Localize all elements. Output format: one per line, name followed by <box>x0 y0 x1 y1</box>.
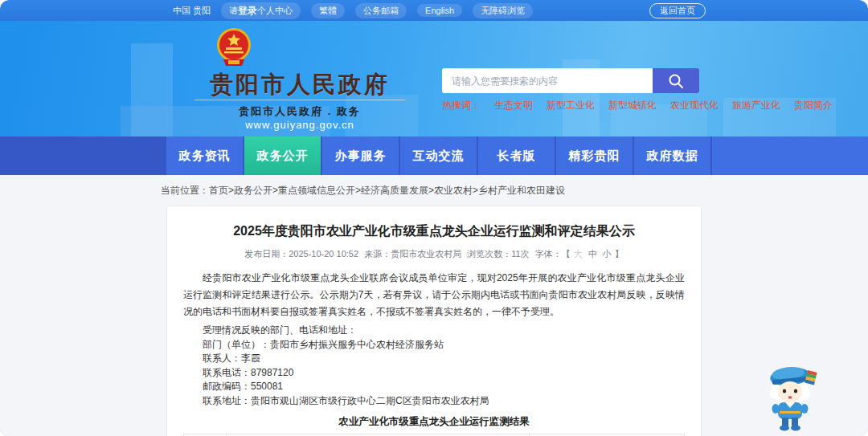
publish-date: 发布日期：2025-10-20 10:52 <box>244 249 358 259</box>
nav-item-hudong-jiaoliu[interactable]: 互动交流 <box>400 137 477 175</box>
site-subtitle: 贵阳市人民政府 . 政务 <box>191 104 408 119</box>
site-header-banner: 贵阳市人民政府 贵阳市人民政府 . 政务 www.guiyang.gov.cn … <box>0 21 868 137</box>
breadcrumb-label: 当前位置： <box>161 185 209 196</box>
font-size-label: 字体：【 <box>535 249 571 259</box>
top-utility-bar: 中国 贵阳 请登录个人中心 繁體 公务邮箱 English 无障碍浏览 返回首页 <box>0 0 868 21</box>
hot-word[interactable]: 生态文明 <box>494 99 533 112</box>
article-paragraph: 经贵阳市农业产业化市级重点龙头企业联席会议成员单位审定，现对2025年开展的农业… <box>183 270 685 320</box>
font-size-large[interactable]: 大 <box>574 249 583 259</box>
nav-item-zhengfu-shuju[interactable]: 政府数据 <box>634 137 710 175</box>
article-source: 来源：贵阳市农业农村局 <box>364 249 461 259</box>
site-url: www.guiyang.gov.cn <box>191 119 408 131</box>
breadcrumb[interactable]: 当前位置：首页>政务公开>重点领域信息公开>经济高质量发展>农业农村>乡村产业和… <box>161 184 868 198</box>
article-meta: 发布日期：2025-10-20 10:52 来源：贵阳市农业农村局 浏览次数：1… <box>183 248 685 260</box>
hot-search-row: 热搜词： 生态文明 新型工业化 新型城镇化 农业现代化 旅游产业化 贵阳简介 <box>442 99 833 112</box>
font-size-medium[interactable]: 中 <box>588 249 597 259</box>
nav-item-zhangzheban[interactable]: 长者版 <box>478 137 555 175</box>
nav-item-zhengwu-zixun[interactable]: 政务资讯 <box>166 137 243 175</box>
search-icon <box>667 72 685 90</box>
back-home-button[interactable]: 返回首页 <box>649 3 706 18</box>
region-label: 中国 贵阳 <box>173 5 211 17</box>
info-line: 邮政编码：550081 <box>183 380 685 394</box>
hot-word[interactable]: 农业现代化 <box>670 99 719 112</box>
hot-word[interactable]: 贵阳简介 <box>794 99 833 112</box>
accessibility-link[interactable]: 无障碍浏览 <box>473 3 533 18</box>
search-button[interactable] <box>653 68 699 93</box>
site-title: 贵阳市人民政府 <box>191 69 408 101</box>
login-link[interactable]: 请登录个人中心 <box>221 2 301 19</box>
national-emblem-icon <box>215 27 252 67</box>
breadcrumb-path[interactable]: 首页>政务公开>重点领域信息公开>经济高质量发展>农业农村>乡村产业和农田建设 <box>209 185 565 196</box>
main-nav: 政务资讯 政务公开 办事服务 互动交流 长者版 精彩贵阳 政府数据 <box>0 137 868 175</box>
monitor-table-title: 农业产业化市级重点龙头企业运行监测结果 <box>183 415 685 429</box>
info-line: 部门（单位）：贵阳市乡村振兴服务中心农村经济服务站 <box>183 338 685 352</box>
article-panel: 2025年度贵阳市农业产业化市级重点龙头企业运行监测和评定结果公示 发布日期：2… <box>166 206 702 436</box>
view-count: 浏览次数：11次 <box>467 249 529 259</box>
nav-item-zhengwu-gongkai[interactable]: 政务公开 <box>244 137 321 175</box>
hot-word[interactable]: 旅游产业化 <box>732 99 780 112</box>
info-line: 联系地址：贵阳市观山湖区市级行政中心二期C区贵阳市农业农村局 <box>183 394 685 409</box>
hot-word[interactable]: 新型工业化 <box>547 99 595 112</box>
traditional-chinese-link[interactable]: 繁體 <box>311 3 345 18</box>
english-link[interactable]: English <box>417 4 462 17</box>
official-mail-link[interactable]: 公务邮箱 <box>355 3 407 18</box>
nav-item-banshi-fuwu[interactable]: 办事服务 <box>322 137 399 175</box>
info-line: 受理情况反映的部门、电话和地址： <box>183 324 685 338</box>
hot-word[interactable]: 新型城镇化 <box>608 99 657 112</box>
browser-window: 中国 贵阳 请登录个人中心 繁體 公务邮箱 English 无障碍浏览 返回首页 <box>0 0 868 436</box>
hot-search-label: 热搜词： <box>442 99 481 112</box>
font-size-small[interactable]: 小 <box>603 249 612 259</box>
mascot-icon[interactable] <box>760 361 825 434</box>
search-bar <box>442 68 699 93</box>
info-line: 联系电话：87987120 <box>183 366 685 381</box>
article-title: 2025年度贵阳市农业产业化市级重点龙头企业运行监测和评定结果公示 <box>207 222 661 240</box>
title-divider <box>194 100 405 100</box>
search-input[interactable] <box>442 68 653 93</box>
info-line: 联系人：李霞 <box>183 352 685 366</box>
nav-item-jingcai-guiyang[interactable]: 精彩贵阳 <box>556 137 633 175</box>
